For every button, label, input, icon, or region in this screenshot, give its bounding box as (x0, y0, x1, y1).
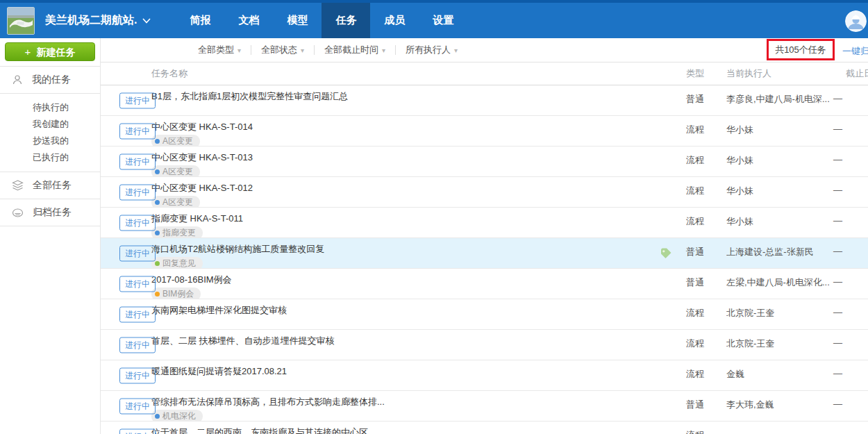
task-due-date (830, 422, 868, 434)
filter-dropdown-全部状态[interactable]: 全部状态 ▾ (261, 44, 304, 56)
task-row[interactable]: 进行中 管综排布无法保障吊顶标高，且排布方式影响走廊整体排... 机电深化 普通… (101, 391, 868, 422)
task-name-cell: 进行中 暖通图纸疑问提请答疑2017.08.21 (101, 360, 655, 390)
header-type: 类型 (686, 67, 726, 80)
archive-all-link[interactable]: 一键归档 (842, 45, 868, 58)
task-count-text: 共105个任务 (775, 44, 826, 56)
task-name-cell: 进行中 东南网架电梯埋件深化图提交审核 (101, 299, 655, 329)
task-row[interactable]: 进行中 中心区变更 HKA-S-T-012 A区变更 流程 华小妹 — (101, 177, 868, 208)
task-title: 2017-08-16BIM例会 (151, 274, 655, 285)
status-badge: 进行中 (119, 337, 156, 353)
caret-down-icon: ▾ (237, 47, 241, 54)
task-tag-line: BIM例会 (151, 287, 655, 299)
tag-dot-icon (155, 169, 160, 174)
filter-dropdown-全部类型[interactable]: 全部类型 ▾ (198, 44, 241, 56)
task-title-wrap: B1层，东北指廊1层初次模型完整性审查问题汇总 (151, 85, 655, 102)
nav-item-任务[interactable]: 任务 (322, 3, 370, 38)
nav-item-设置[interactable]: 设置 (419, 3, 467, 38)
nav-item-成员[interactable]: 成员 (370, 3, 419, 38)
task-name-cell: 进行中 首层、二层 扶梯埋件、自动步道埋件提交审核 (101, 330, 655, 360)
my-tasks-label: 我的任务 (32, 74, 71, 86)
task-title: B1层，东北指廊1层初次模型完整性审查问题汇总 (151, 91, 655, 102)
tag-icon-cell (655, 147, 686, 176)
task-type: 普通 (686, 391, 726, 421)
task-title: 位于首层、二层的西南、东南指廊及与其连接的中心区 (151, 427, 655, 434)
sidebar-subitem-待执行的[interactable]: 待执行的 (0, 99, 100, 116)
header-due-date: 截止日期 (830, 67, 868, 80)
task-tag-line: A区变更 (151, 134, 655, 146)
task-row[interactable]: 进行中 中心区变更 HKA-S-T-013 A区变更 流程 华小妹 — (101, 147, 868, 177)
task-row[interactable]: 进行中 暖通图纸疑问提请答疑2017.08.21 流程 金巍 — (101, 360, 868, 391)
task-executor: 华小妹 (726, 208, 830, 237)
task-name-cell: 进行中 指廊变更 HKA-S-T-011 指廊变更 (101, 208, 655, 237)
task-type: 流程 (686, 330, 726, 360)
task-due-date: — (830, 116, 868, 146)
nav-item-文档[interactable]: 文档 (224, 3, 273, 38)
filter-dropdown-全部截止时间[interactable]: 全部截止时间 ▾ (324, 44, 385, 56)
task-row[interactable]: 进行中 位于首层、二层的西南、东南指廊及与其连接的中心区 流程 (101, 422, 868, 434)
filter-separator (395, 45, 396, 55)
task-row[interactable]: 进行中 B1层，东北指廊1层初次模型完整性审查问题汇总 普通 李彦良,中建八局-… (101, 85, 868, 116)
nav-item-label: 模型 (287, 14, 308, 27)
status-badge: 进行中 (119, 245, 156, 261)
tag-label: A区变更 (162, 166, 193, 176)
tag-label: 机电深化 (162, 410, 196, 421)
task-executor: 左梁,中建八局-机电深化... (726, 269, 830, 299)
filter-dropdown-所有执行人[interactable]: 所有执行人 ▾ (406, 44, 458, 56)
nav-item-label: 文档 (238, 14, 259, 27)
sidebar: +新建任务 我的任务 待执行的我创建的抄送我的已执行的 全部任务 (0, 38, 101, 434)
task-type: 普通 (686, 85, 726, 115)
nav-item-简报[interactable]: 简报 (176, 3, 224, 38)
tag-label: A区变更 (162, 197, 193, 207)
caret-down-icon: ▾ (301, 47, 304, 54)
task-type: 流程 (686, 208, 726, 237)
sidebar-item-all-tasks[interactable]: 全部任务 (0, 172, 100, 199)
tag-label: BIM例会 (162, 288, 194, 299)
tag-icon-cell (655, 360, 686, 390)
worker-hardhat-icon (845, 10, 867, 32)
task-title: 海口机场T2航站楼钢结构施工质量整改回复 (151, 244, 655, 255)
header-executor: 当前执行人 (726, 67, 830, 80)
task-name-cell: 进行中 中心区变更 HKA-S-T-012 A区变更 (101, 177, 655, 207)
task-row[interactable]: 进行中 中心区变更 HKA-S-T-014 A区变更 流程 华小妹 — (101, 116, 868, 147)
status-badge: 进行中 (119, 184, 156, 200)
sidebar-subitem-我创建的[interactable]: 我创建的 (0, 116, 100, 133)
sidebar-item-my-tasks[interactable]: 我的任务 (0, 67, 100, 93)
sidebar-subitem-抄送我的[interactable]: 抄送我的 (0, 133, 100, 149)
tag-dot-icon (155, 231, 160, 235)
new-task-button[interactable]: +新建任务 (5, 42, 95, 61)
task-name-cell: 进行中 中心区变更 HKA-S-T-014 A区变更 (101, 116, 655, 146)
task-executor: 华小妹 (726, 116, 830, 146)
tag-icon-cell (655, 116, 686, 146)
task-row[interactable]: 进行中 指廊变更 HKA-S-T-011 指廊变更 流程 华小妹 — (101, 208, 868, 238)
task-tag-pill: 指廊变更 (151, 226, 203, 237)
sidebar-item-archive-tasks[interactable]: 归档任务 (0, 199, 100, 226)
tag-icon-cell (655, 391, 686, 421)
tag-dot-icon (155, 200, 160, 205)
task-title: 暖通图纸疑问提请答疑2017.08.21 (151, 366, 655, 377)
task-name-cell: 进行中 中心区变更 HKA-S-T-013 A区变更 (101, 147, 655, 176)
task-due-date: — (830, 360, 868, 390)
user-avatar[interactable] (845, 10, 867, 32)
tag-label: A区变更 (162, 135, 193, 146)
status-badge: 进行中 (119, 367, 156, 383)
tag-dot-icon (155, 292, 160, 297)
project-switcher[interactable]: 美兰机场二期航站. (45, 3, 151, 38)
sidebar-subitem-已执行的[interactable]: 已执行的 (0, 149, 100, 166)
nav-item-模型[interactable]: 模型 (273, 3, 322, 38)
task-executor: 北京院-王奎 (726, 299, 830, 329)
task-row[interactable]: 进行中 东南网架电梯埋件深化图提交审核 流程 北京院-王奎 — (101, 299, 868, 330)
main-nav: 简报 文档 模型 任务 成员 设置 (176, 3, 467, 38)
task-name-cell: 进行中 管综排布无法保障吊顶标高，且排布方式影响走廊整体排... 机电深化 (101, 391, 655, 421)
task-row[interactable]: 进行中 2017-08-16BIM例会 BIM例会 普通 左梁,中建八局-机电深… (101, 269, 868, 299)
task-executor: 李彦良,中建八局-机电深... (726, 85, 830, 115)
task-due-date: — (830, 208, 868, 237)
status-badge: 进行中 (119, 123, 156, 139)
topbar: 美兰机场二期航站. 简报 文档 模型 任务 成员 设置 (0, 0, 868, 38)
task-row[interactable]: 进行中 首层、二层 扶梯埋件、自动步道埋件提交审核 流程 北京院-王奎 — (101, 330, 868, 360)
task-list: 进行中 B1层，东北指廊1层初次模型完整性审查问题汇总 普通 李彦良,中建八局-… (101, 85, 868, 434)
task-executor: 上海建设-总监-张新民 (726, 238, 830, 268)
task-title-wrap: 管综排布无法保障吊顶标高，且排布方式影响走廊整体排... 机电深化 (151, 391, 655, 421)
task-row[interactable]: 进行中 海口机场T2航站楼钢结构施工质量整改回复 回复意见 普通 上海建设-总监… (101, 238, 868, 269)
task-type: 流程 (686, 177, 726, 207)
task-title: 中心区变更 HKA-S-T-014 (151, 122, 655, 133)
